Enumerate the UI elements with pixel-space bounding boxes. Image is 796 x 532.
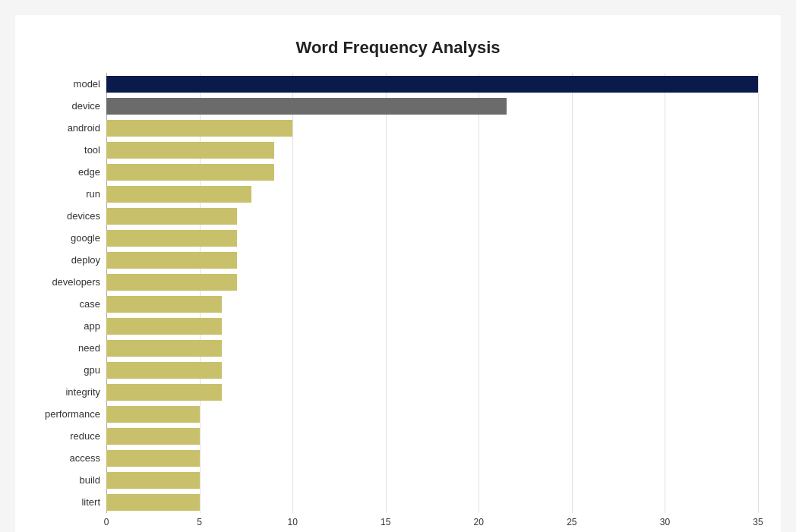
chart-container: Word Frequency Analysis modeldeviceandro… [15, 15, 781, 532]
bar-google [106, 230, 237, 247]
bar-app [106, 318, 222, 335]
bar-row [106, 249, 758, 271]
bar-performance [106, 406, 200, 423]
bar-row [106, 161, 758, 183]
bar-gpu [106, 362, 222, 379]
x-label-5: 5 [197, 517, 202, 527]
y-label-device: device [71, 95, 100, 117]
y-label-build: build [80, 469, 100, 491]
bar-row [106, 95, 758, 117]
bar-deploy [106, 252, 237, 269]
chart-body: modeldeviceandroidtooledgerundevicesgoog… [38, 73, 758, 513]
x-label-15: 15 [381, 517, 390, 527]
bar-row [106, 491, 758, 513]
bar-row [106, 205, 758, 227]
bar-run [106, 186, 251, 203]
x-label-10: 10 [287, 517, 297, 527]
y-label-model: model [74, 73, 100, 95]
bar-row [106, 183, 758, 205]
y-label-run: run [86, 183, 100, 205]
bar-litert [106, 494, 200, 511]
y-label-case: case [80, 293, 100, 315]
bar-row [106, 403, 758, 425]
bar-build [106, 472, 200, 489]
y-label-android: android [68, 117, 100, 139]
x-label-25: 25 [567, 517, 576, 527]
bar-row [106, 425, 758, 447]
chart-inner: modeldeviceandroidtooledgerundevicesgoog… [38, 73, 758, 513]
y-label-google: google [71, 227, 100, 249]
bar-developers [106, 274, 237, 291]
y-label-developers: developers [52, 271, 100, 293]
y-label-edge: edge [78, 161, 100, 183]
bar-reduce [106, 428, 200, 445]
x-axis: 05101520253035 [106, 517, 758, 532]
y-axis-labels: modeldeviceandroidtooledgerundevicesgoog… [38, 73, 106, 513]
x-axis-labels: 05101520253035 [106, 517, 758, 532]
y-label-app: app [84, 315, 100, 337]
bar-row [106, 73, 758, 95]
bar-device [106, 98, 507, 115]
y-label-devices: devices [67, 205, 100, 227]
y-label-access: access [70, 447, 100, 469]
x-label-0: 0 [104, 517, 109, 527]
bar-row [106, 139, 758, 161]
bar-need [106, 340, 222, 357]
bar-model [106, 76, 758, 93]
bar-edge [106, 164, 274, 181]
bar-access [106, 450, 200, 467]
chart-plot [106, 73, 758, 513]
y-label-need: need [78, 337, 100, 359]
bar-row [106, 117, 758, 139]
bar-row [106, 315, 758, 337]
y-label-gpu: gpu [84, 359, 100, 381]
y-label-reduce: reduce [70, 425, 100, 447]
bar-row [106, 469, 758, 491]
bar-android [106, 120, 292, 137]
bar-tool [106, 142, 274, 159]
bar-row [106, 227, 758, 249]
chart-area: modeldeviceandroidtooledgerundevicesgoog… [38, 73, 758, 532]
bar-case [106, 296, 222, 313]
bar-row [106, 293, 758, 315]
x-label-30: 30 [660, 517, 670, 527]
bar-row [106, 271, 758, 293]
bar-row [106, 337, 758, 359]
bar-devices [106, 208, 237, 225]
y-label-litert: litert [81, 491, 100, 513]
bar-row [106, 359, 758, 381]
chart-title: Word Frequency Analysis [38, 30, 758, 58]
y-label-performance: performance [45, 403, 100, 425]
x-label-35: 35 [753, 517, 763, 527]
bar-row [106, 447, 758, 469]
y-label-integrity: integrity [65, 381, 100, 403]
y-label-deploy: deploy [71, 249, 100, 271]
y-label-tool: tool [84, 139, 100, 161]
bar-integrity [106, 384, 222, 401]
bar-row [106, 381, 758, 403]
grid-line [758, 73, 759, 513]
x-label-20: 20 [474, 517, 484, 527]
